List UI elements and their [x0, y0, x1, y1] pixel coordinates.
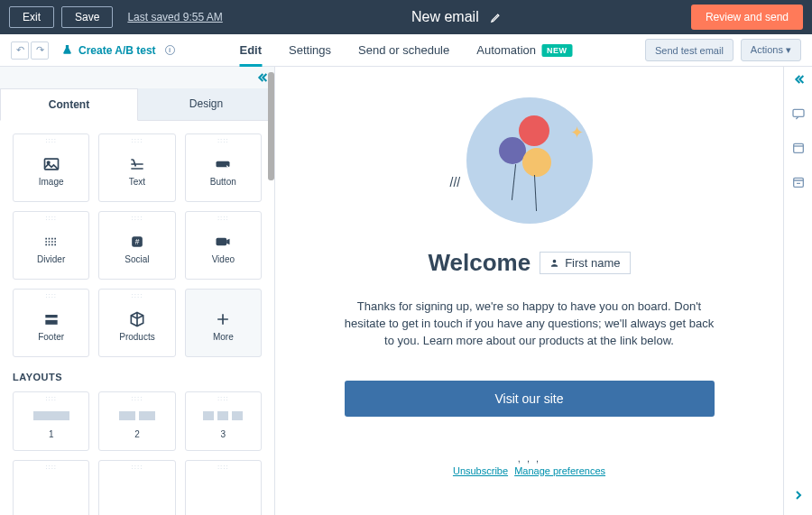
layouts-grid: ::::1 ::::2 ::::3 — [13, 391, 262, 451]
collapse-left-icon[interactable] — [254, 70, 269, 85]
left-panel: Content Design ::::Image ::::Text ::::Bu… — [0, 67, 275, 515]
content-item-divider[interactable]: ::::Divider — [13, 211, 89, 280]
main-layout: Content Design ::::Image ::::Text ::::Bu… — [0, 67, 812, 515]
panel-scrollbar[interactable] — [268, 67, 274, 515]
email-body-text[interactable]: Thanks for signing up, we're so happy to… — [340, 299, 719, 350]
tab-automation-label: Automation — [476, 43, 536, 57]
motion-lines-icon: /// — [450, 175, 461, 189]
layout-2col[interactable]: ::::2 — [98, 391, 175, 451]
svg-point-8 — [553, 260, 557, 263]
content-item-text[interactable]: ::::Text — [98, 133, 175, 202]
image-icon — [42, 155, 60, 173]
content-item-button[interactable]: ::::Button — [185, 133, 262, 202]
collapse-right-icon[interactable] — [791, 72, 806, 87]
panel-tabs: Content Design — [0, 88, 274, 121]
layouts-grid-2: :::: :::: :::: — [13, 460, 262, 515]
content-item-social[interactable]: ::::#Social — [98, 211, 175, 280]
hero-illustration: ✦ /// — [466, 97, 593, 224]
save-button[interactable]: Save — [61, 6, 113, 28]
comments-icon[interactable] — [791, 106, 806, 121]
layout-item[interactable]: :::: — [98, 460, 175, 515]
social-icon: # — [128, 233, 146, 251]
main-nav-tabs: Edit Settings Send or schedule Automatio… — [240, 34, 573, 67]
content-item-video[interactable]: ::::Video — [185, 211, 262, 280]
products-icon — [128, 310, 146, 328]
svg-text:#: # — [135, 237, 140, 246]
top-bar: Exit Save Last saved 9:55 AM New email R… — [0, 0, 812, 34]
layout-item[interactable]: :::: — [185, 460, 262, 515]
layout-1col[interactable]: ::::1 — [13, 391, 89, 451]
content-item-products[interactable]: ::::Products — [98, 289, 175, 357]
balloon-icon — [499, 137, 526, 164]
content-item-more[interactable]: More — [185, 289, 262, 357]
edit-title-icon[interactable] — [490, 11, 503, 23]
personalization-token[interactable]: First name — [540, 252, 630, 274]
actions-dropdown[interactable]: Actions ▾ — [741, 39, 801, 61]
undo-button[interactable]: ↶ — [11, 41, 29, 60]
redo-button[interactable]: ↷ — [31, 41, 49, 60]
schedule-icon[interactable] — [791, 175, 806, 189]
layout-item[interactable]: :::: — [13, 460, 89, 515]
exit-button[interactable]: Exit — [9, 6, 54, 28]
sub-nav: ↶ ↷ Create A/B test i Edit Settings Send… — [0, 34, 812, 67]
sparkle-icon: ✦ — [570, 123, 584, 143]
video-icon — [214, 233, 232, 251]
flask-icon — [61, 44, 73, 56]
content-item-footer[interactable]: ::::Footer — [13, 289, 89, 357]
svg-rect-6 — [45, 315, 57, 317]
ab-test-label: Create A/B test — [78, 44, 156, 57]
token-label: First name — [565, 256, 620, 270]
email-canvas: ✦ /// Welcome First name Thanks for sign… — [275, 67, 783, 515]
footer-address: , , , — [302, 453, 756, 464]
panel-tab-content[interactable]: Content — [0, 88, 138, 121]
tab-edit[interactable]: Edit — [240, 34, 263, 67]
send-test-email-button[interactable]: Send test email — [645, 39, 734, 61]
svg-rect-11 — [793, 178, 803, 187]
svg-rect-9 — [793, 109, 804, 116]
right-rail — [783, 67, 812, 515]
content-blocks-grid: ::::Image ::::Text ::::Button ::::Divide… — [13, 133, 262, 357]
create-ab-test-link[interactable]: Create A/B test i — [61, 44, 175, 57]
expand-right-icon[interactable] — [791, 488, 806, 502]
divider-icon — [42, 233, 60, 251]
welcome-heading[interactable]: Welcome — [428, 249, 531, 277]
panel-body: ::::Image ::::Text ::::Button ::::Divide… — [0, 121, 274, 515]
manage-preferences-link[interactable]: Manage preferences — [514, 465, 605, 476]
tab-send-or-schedule[interactable]: Send or schedule — [358, 34, 449, 67]
info-icon[interactable]: i — [165, 45, 175, 55]
svg-rect-10 — [793, 143, 803, 152]
new-badge: NEW — [541, 44, 573, 57]
svg-rect-5 — [217, 237, 227, 244]
tab-automation[interactable]: Automation NEW — [476, 34, 572, 67]
layouts-heading: LAYOUTS — [13, 372, 262, 382]
plus-icon — [214, 310, 232, 328]
tab-settings[interactable]: Settings — [289, 34, 331, 67]
calendar-icon[interactable] — [791, 141, 806, 155]
layout-3col[interactable]: ::::3 — [185, 391, 262, 451]
panel-tab-design[interactable]: Design — [138, 88, 274, 120]
text-icon — [128, 155, 146, 173]
button-icon — [214, 155, 232, 173]
unsubscribe-link[interactable]: Unsubscribe — [453, 465, 508, 476]
email-footer[interactable]: , , , Unsubscribe Manage preferences — [302, 453, 756, 476]
cta-button[interactable]: Visit our site — [345, 381, 715, 417]
last-saved-link[interactable]: Last saved 9:55 AM — [127, 11, 222, 23]
footer-icon — [42, 310, 60, 328]
svg-rect-7 — [45, 319, 57, 324]
balloon-icon — [522, 148, 551, 177]
person-icon — [549, 258, 559, 268]
email-title: New email — [411, 9, 479, 25]
content-item-image[interactable]: ::::Image — [13, 133, 89, 202]
review-and-send-button[interactable]: Review and send — [691, 5, 803, 30]
